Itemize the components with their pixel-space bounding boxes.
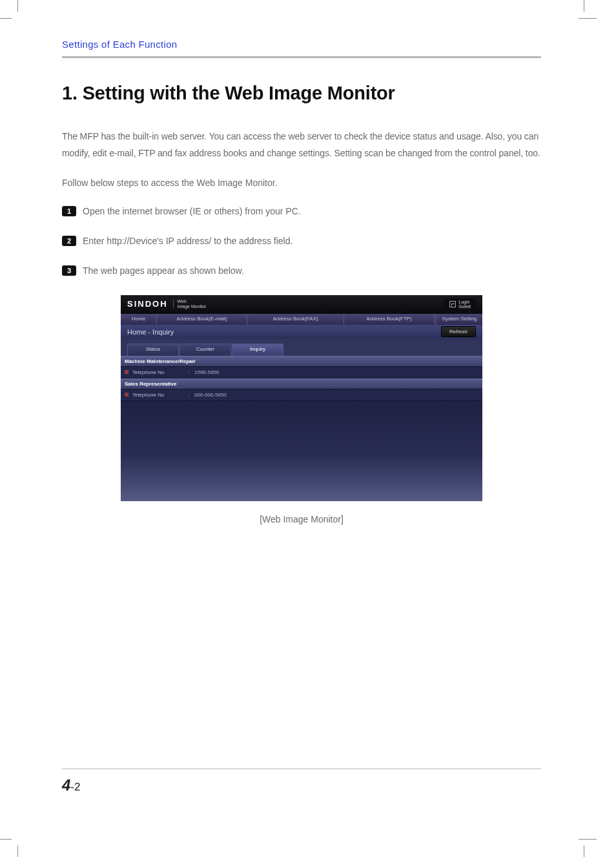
- nav-addressbook-email[interactable]: Address Book(E-mail): [157, 314, 247, 325]
- page-chapter: 4: [62, 776, 70, 794]
- figure-web-image-monitor: SINDOH Web Image Monitor Login Guest Hom…: [121, 295, 482, 524]
- crop-mark: [584, 0, 584, 12]
- section-header: Settings of Each Function: [62, 39, 541, 56]
- bullet-icon: [125, 393, 128, 397]
- sales-phone-label: Telephone No: [132, 392, 188, 398]
- step-badge-2: 2: [62, 236, 76, 246]
- step-3-text: The web pages appear as shown below.: [83, 265, 244, 276]
- wim-login-button[interactable]: Login Guest: [444, 298, 476, 310]
- step-1-text: Open the internet browser (IE or others)…: [83, 206, 301, 216]
- step-2: 2 Enter http://Device's IP address/ to t…: [62, 236, 541, 246]
- page-sub: -2: [70, 781, 80, 793]
- refresh-button[interactable]: Refresh: [441, 326, 476, 337]
- crop-mark: [17, 845, 18, 857]
- wim-login-text: Login Guest: [458, 300, 471, 309]
- figure-caption: [Web Image Monitor]: [121, 514, 482, 524]
- tab-counter[interactable]: Counter: [180, 344, 231, 356]
- crop-mark: [584, 845, 584, 857]
- tab-status[interactable]: Status: [127, 344, 179, 356]
- maintenance-phone-label: Telephone No: [132, 369, 188, 375]
- follow-paragraph: Follow below steps to access the Web Ima…: [62, 178, 541, 188]
- wim-sub-line1: Web: [178, 299, 207, 304]
- row-maintenance-phone: Telephone No : 1588-5850: [121, 367, 482, 378]
- step-badge-3: 3: [62, 265, 76, 276]
- nav-system-setting[interactable]: System Setting: [436, 314, 482, 325]
- wim-breadcrumb: Home - Inquiry: [127, 328, 174, 336]
- wim-sub-line2: Image Monitor: [178, 304, 207, 309]
- wim-tabs: Status Counter Inquiry: [121, 339, 482, 356]
- footer-rule: [62, 769, 541, 769]
- bullet-icon: [125, 370, 128, 374]
- step-3: 3 The web pages appear as shown below.: [62, 265, 541, 276]
- wim-logo: SINDOH: [127, 299, 174, 309]
- tab-inquiry[interactable]: Inquiry: [232, 344, 283, 356]
- step-1: 1 Open the internet browser (IE or other…: [62, 206, 541, 216]
- wim-login-line1: Login: [458, 300, 471, 304]
- step-2-text: Enter http://Device's IP address/ to the…: [83, 236, 293, 246]
- section-maintenance-header: Machine Maintenance/Repair: [121, 356, 482, 367]
- page-content: Settings of Each Function 1. Setting wit…: [62, 39, 541, 536]
- wim-navbar: Home Address Book(E-mail) Address Book(F…: [121, 313, 482, 325]
- page-number: 4-2: [62, 776, 80, 794]
- login-icon: [449, 301, 456, 307]
- row-sales-phone: Telephone No : 000-900-5850: [121, 389, 482, 401]
- wim-subtitle: Web Image Monitor: [178, 299, 207, 309]
- intro-paragraph: The MFP has the built-in web server. You…: [62, 129, 541, 162]
- page-title: 1. Setting with the Web Image Monitor: [62, 83, 541, 104]
- wim-screenshot: SINDOH Web Image Monitor Login Guest Hom…: [121, 295, 482, 501]
- colon: :: [188, 392, 194, 398]
- wim-login-line2: Guest: [458, 304, 471, 309]
- wim-titlebar: SINDOH Web Image Monitor Login Guest: [121, 295, 482, 313]
- sales-phone-value: 000-900-5850: [194, 392, 227, 398]
- crop-mark: [17, 0, 18, 12]
- crop-mark: [0, 839, 12, 840]
- section-rule: [62, 56, 541, 58]
- wim-breadcrumb-bar: Home - Inquiry Refresh: [121, 325, 482, 339]
- step-badge-1: 1: [62, 206, 76, 216]
- crop-mark: [0, 18, 12, 19]
- wim-body-area: [121, 401, 482, 501]
- nav-addressbook-fax[interactable]: Address Book(FAX): [247, 314, 344, 325]
- maintenance-phone-value: 1588-5850: [194, 369, 219, 375]
- crop-mark: [579, 839, 597, 840]
- nav-home[interactable]: Home: [121, 314, 157, 325]
- section-sales-header: Sales Representative: [121, 378, 482, 389]
- nav-addressbook-ftp[interactable]: Address Book(FTP): [344, 314, 435, 325]
- colon: :: [188, 369, 194, 375]
- crop-mark: [579, 18, 597, 19]
